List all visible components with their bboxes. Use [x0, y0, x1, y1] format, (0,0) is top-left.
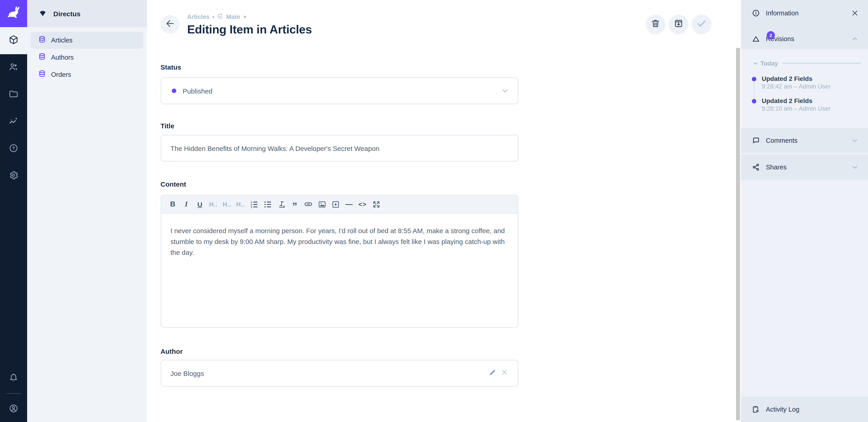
folder-icon [8, 89, 19, 101]
horizontal-rule-icon[interactable]: — [342, 195, 356, 213]
gear-icon [8, 170, 19, 182]
italic-icon[interactable]: I [180, 195, 193, 213]
nav-item-orders[interactable]: Orders [31, 66, 143, 83]
sidebar-section-shares[interactable]: Shares [741, 155, 868, 180]
comment-icon [752, 136, 760, 144]
module-insights[interactable] [0, 108, 27, 135]
page-header: Articles • Main ▼ Editing Item in Articl… [187, 13, 312, 37]
heading3-icon[interactable]: H.. [234, 195, 247, 213]
delete-button[interactable] [646, 14, 665, 34]
activity-log-icon [752, 405, 760, 414]
svg-text:?: ? [12, 146, 15, 151]
module-user-directory[interactable] [0, 54, 27, 81]
status-dot [172, 89, 176, 93]
version-sync-icon [217, 13, 223, 21]
trash-icon [651, 19, 660, 30]
revision-dot [752, 77, 756, 81]
blockquote-icon[interactable]: ” [288, 195, 302, 213]
chevron-down-icon[interactable] [500, 86, 509, 95]
clear-format-icon[interactable] [274, 195, 288, 213]
chevron-down-icon[interactable] [851, 136, 859, 144]
image-icon[interactable] [315, 195, 329, 213]
back-button[interactable] [160, 15, 180, 34]
bold-icon[interactable]: B [166, 195, 180, 213]
save-button[interactable] [692, 14, 712, 34]
share-icon [752, 163, 760, 171]
account-circle-icon [8, 403, 19, 415]
account-button[interactable] [0, 397, 27, 422]
database-icon [38, 53, 46, 62]
editor-content[interactable]: I never considered myself a morning pers… [161, 214, 518, 258]
revision-dot [752, 99, 756, 103]
section-label: Comments [766, 137, 798, 144]
rabbit-logo-icon [6, 5, 21, 22]
author-label: Author [160, 348, 183, 355]
chevron-up-icon[interactable] [851, 35, 859, 43]
breadcrumb-collection[interactable]: Articles [187, 13, 210, 21]
bell-icon [8, 373, 19, 385]
directus-logo[interactable] [0, 0, 27, 27]
people-icon [8, 62, 19, 74]
status-label: Status [160, 63, 181, 71]
media-icon[interactable] [329, 195, 342, 213]
bullet-list-icon[interactable] [261, 195, 274, 213]
revision-entry[interactable]: Updated 2 Fields 9:28:42 am – Admin User [752, 74, 861, 91]
sidebar-section-information[interactable]: Information [741, 3, 868, 23]
heading1-icon[interactable]: H.. [207, 195, 220, 213]
author-value: Joe Bloggs [170, 369, 204, 377]
arrow-left-icon [165, 19, 175, 30]
editor-toolbar: B I U H.. H.. H.. 1 2 3 [161, 196, 518, 214]
nav-item-authors[interactable]: Authors [31, 49, 143, 66]
edit-pencil-icon[interactable] [488, 368, 496, 378]
info-icon [752, 9, 760, 17]
section-label: Information [766, 9, 799, 17]
main-content: Articles • Main ▼ Editing Item in Articl… [147, 0, 741, 422]
notifications-button[interactable] [0, 367, 27, 390]
title-input[interactable]: The Hidden Benefits of Morning Walks: A … [160, 135, 519, 162]
close-icon[interactable] [851, 9, 859, 17]
sidebar-section-revisions[interactable]: 2 Revisions [741, 29, 868, 49]
chevron-down-icon[interactable] [851, 163, 859, 171]
revisions-list: Updated 2 Fields 9:28:42 am – Admin User… [752, 74, 861, 113]
breadcrumb-version[interactable]: Main [226, 13, 240, 21]
revision-entry[interactable]: Updated 2 Fields 9:28:10 am – Admin User [752, 97, 861, 113]
heading2-icon[interactable]: H.. [220, 195, 234, 213]
navigation-sidebar: Directus Articles Aut [27, 0, 147, 422]
title-value: The Hidden Benefits of Morning Walks: A … [170, 144, 379, 152]
status-select[interactable]: Published [160, 77, 519, 104]
page-title: Editing Item in Articles [187, 23, 312, 37]
module-content[interactable] [0, 27, 27, 54]
fullscreen-icon[interactable] [369, 195, 383, 213]
database-icon [38, 35, 46, 45]
archive-icon [674, 19, 684, 30]
main-scrollbar[interactable] [736, 48, 740, 420]
deselect-x-icon[interactable] [500, 368, 508, 378]
code-icon[interactable]: <> [356, 195, 369, 213]
project-fan-icon [38, 8, 47, 19]
module-file-library[interactable] [0, 81, 27, 108]
underline-icon[interactable]: U [193, 195, 207, 213]
wysiwyg-editor: B I U H.. H.. H.. 1 2 3 [160, 195, 519, 328]
archive-button[interactable] [669, 14, 688, 34]
nav-item-label: Authors [51, 54, 74, 61]
content-label: Content [160, 180, 186, 188]
revisions-group-label: Today [761, 60, 778, 67]
ordered-list-icon[interactable]: 1 2 3 [247, 195, 261, 213]
sidebar-section-activity-log[interactable]: Activity Log [741, 397, 868, 422]
nav-item-articles[interactable]: Articles [31, 32, 143, 49]
module-settings[interactable] [0, 163, 27, 190]
module-help[interactable]: ? [0, 135, 27, 163]
module-bar: ? [0, 0, 27, 422]
revision-meta: 9:28:42 am – Admin User [762, 83, 861, 91]
revisions-group-today[interactable]: Today [752, 57, 861, 69]
breadcrumb[interactable]: Articles • Main ▼ [187, 13, 312, 21]
link-icon[interactable] [302, 195, 315, 213]
project-header[interactable]: Directus [27, 0, 147, 27]
author-field[interactable]: Joe Bloggs [160, 360, 519, 387]
version-caret-icon: ▼ [243, 13, 247, 21]
article-paragraph: I never considered myself a morning pers… [170, 225, 508, 258]
database-icon [38, 70, 46, 79]
cube-icon [8, 35, 19, 46]
sidebar-section-comments[interactable]: Comments [741, 128, 868, 153]
revision-title: Updated 2 Fields [762, 74, 861, 83]
